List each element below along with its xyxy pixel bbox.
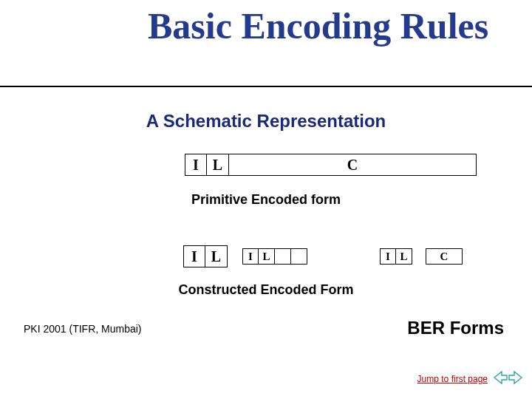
diagram-constructed: I L I L I L C (183, 245, 466, 267)
footer-right: BER Forms (407, 318, 504, 338)
nav-arrows (493, 370, 523, 388)
title-underline (0, 86, 532, 87)
prev-arrow-icon[interactable] (493, 370, 508, 388)
cell-content: C (229, 154, 477, 176)
cell-length: L (205, 245, 228, 267)
cell-identifier: I (183, 245, 205, 267)
jump-to-first-page-link[interactable]: Jump to first page (417, 374, 488, 384)
cell-content: C (426, 248, 463, 265)
inner-tlv-1: I L (239, 245, 310, 267)
footer-left: PKI 2001 (TIFR, Mumbai) (24, 323, 142, 335)
cell-identifier: I (242, 248, 259, 265)
caption-constructed: Constructed Encoded Form (0, 282, 532, 298)
slide-title: Basic Encoding Rules (148, 7, 488, 44)
cell-empty (291, 248, 307, 265)
cell-length: L (207, 154, 229, 176)
cell-identifier: I (185, 154, 207, 176)
caption-primitive: Primitive Encoded form (0, 192, 532, 208)
slide-subtitle: A Schematic Representation (0, 111, 532, 132)
svg-marker-1 (509, 372, 522, 383)
cell-length: L (259, 248, 275, 265)
cell-length: L (396, 248, 412, 265)
cell-empty (275, 248, 291, 265)
next-arrow-icon[interactable] (508, 370, 523, 388)
inner-tlv-2: I L C (377, 245, 466, 267)
diagram-primitive: I L C (185, 154, 477, 176)
cell-identifier: I (380, 248, 396, 265)
svg-marker-0 (494, 372, 507, 383)
